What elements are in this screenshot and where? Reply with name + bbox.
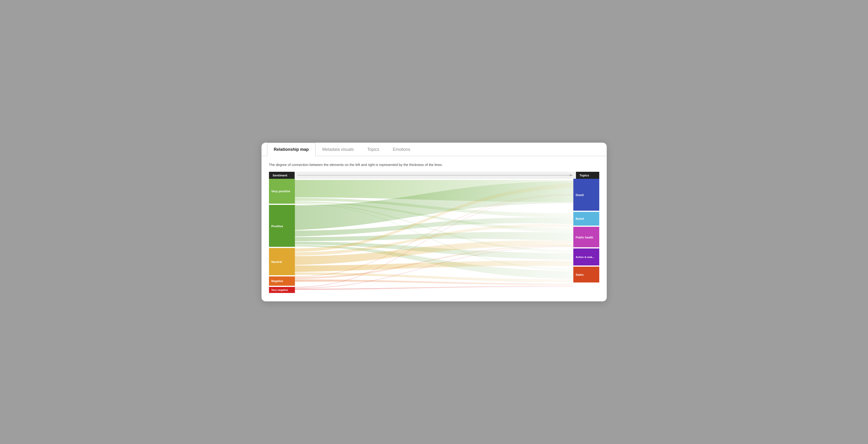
svg-marker-1	[570, 174, 573, 176]
label-action-mak: Action & mak...	[576, 256, 594, 259]
label-belief: Belief	[576, 217, 584, 220]
tab-bar: Relationship map Metadata visuals Topics…	[261, 143, 607, 156]
tab-metadata-visuals[interactable]: Metadata visuals	[316, 143, 361, 156]
tab-emotions[interactable]: Emotions	[386, 143, 417, 156]
label-negative: Negative	[271, 279, 283, 283]
sentiment-header: Sentiment	[269, 172, 294, 179]
label-sales: Sales	[576, 273, 583, 276]
label-good: Good	[576, 193, 583, 197]
label-very-negative: Very negative	[271, 288, 288, 291]
label-neutral: Neutral	[271, 260, 282, 264]
flow-vneg-sales	[295, 286, 573, 290]
arrow-bar	[294, 172, 576, 179]
topics-header: Topics	[576, 172, 599, 179]
sankey-chart: Very positive Positive Neutral Negative …	[269, 179, 599, 293]
chart-description: The degree of connection between the ele…	[269, 163, 599, 167]
label-public-health: Public health	[576, 236, 593, 239]
main-card: Relationship map Metadata visuals Topics…	[261, 143, 607, 301]
tab-topics[interactable]: Topics	[361, 143, 386, 156]
header-bar: Sentiment Topics	[269, 172, 599, 179]
label-very-positive: Very positive	[271, 190, 290, 193]
label-positive: Positive	[271, 225, 283, 228]
tab-relationship-map[interactable]: Relationship map	[267, 143, 316, 156]
main-content: The degree of connection between the ele…	[261, 156, 607, 301]
